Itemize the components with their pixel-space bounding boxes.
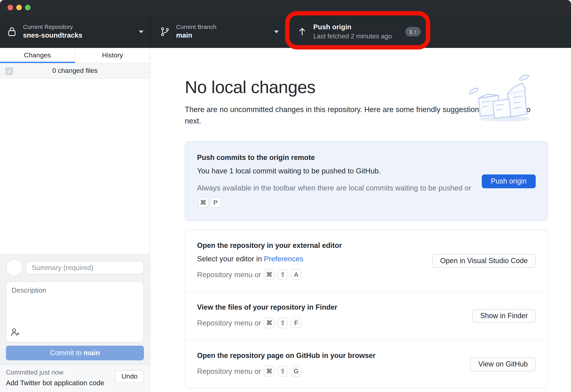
changes-list-empty — [0, 79, 150, 254]
shift-key: ⇧ — [277, 366, 288, 377]
view-on-github-card: Open the repository page on GitHub in yo… — [185, 340, 548, 388]
description-input[interactable] — [6, 281, 144, 342]
zoom-button[interactable] — [25, 5, 30, 10]
changed-files-row: ✓ 0 changed files — [0, 63, 150, 79]
shift-key: ⇧ — [277, 269, 288, 280]
commit-button-prefix: Commit to — [50, 349, 81, 357]
push-origin-title: Push origin — [313, 24, 392, 31]
hint-text: Repository menu or — [197, 367, 261, 376]
tab-changes[interactable]: Changes — [0, 48, 75, 63]
cmd-key: ⌘ — [264, 269, 275, 280]
push-origin-button[interactable]: Push origin — [482, 174, 536, 188]
push-origin-toolbar-button[interactable]: Push origin Last fetched 2 minutes ago 1… — [288, 15, 430, 48]
line-text: Select your editor in — [197, 255, 262, 263]
close-button[interactable] — [8, 5, 13, 10]
card-title: Push commits to the origin remote — [197, 154, 536, 162]
commit-button-branch: main — [84, 349, 100, 357]
repository-name: snes-soundtracks — [23, 31, 82, 39]
tab-changes-label: Changes — [24, 52, 51, 59]
push-origin-subtitle: Last fetched 2 minutes ago — [313, 32, 392, 39]
add-coauthor-icon[interactable] — [11, 328, 20, 338]
a-key: A — [291, 269, 301, 280]
commit-to-main-button[interactable]: Commit tomain — [6, 346, 144, 360]
arrow-up-small-icon: ↑ — [414, 28, 417, 35]
show-in-finder-card: View the files of your repository in Fin… — [185, 292, 548, 340]
hint-text: Always available in the toolbar when the… — [197, 184, 471, 192]
last-commit-row: Committed just now Add Twitter bot appli… — [0, 364, 150, 392]
lock-icon — [8, 26, 16, 37]
g-key: G — [291, 366, 301, 377]
undo-button[interactable]: Undo — [115, 370, 144, 383]
push-suggestion-card: Push commits to the origin remote You ha… — [185, 141, 548, 221]
ahead-count-badge: 1 ↑ — [405, 27, 421, 36]
view-on-github-button[interactable]: View on GitHub — [470, 357, 536, 371]
preferences-link[interactable]: Preferences — [264, 255, 303, 263]
shift-key: ⇧ — [277, 318, 288, 328]
summary-input[interactable] — [26, 261, 144, 274]
p-key: P — [210, 197, 221, 208]
hint-text: Repository menu or — [197, 270, 261, 279]
card-title: Open the repository in your external edi… — [197, 241, 536, 250]
git-branch-icon — [161, 26, 169, 37]
tab-history-label: History — [102, 52, 123, 59]
cmd-key: ⌘ — [198, 197, 209, 208]
card-hint: Repository menu or ⌘ ⇧ A — [197, 269, 536, 280]
avatar — [6, 259, 23, 276]
ahead-count: 1 — [409, 28, 412, 35]
hint-text: Repository menu or — [197, 319, 261, 327]
sidebar: Changes History ✓ 0 changed files — [0, 48, 150, 392]
open-in-vscode-button[interactable]: Open in Visual Studio Code — [432, 254, 536, 268]
app-window: Current Repository snes-soundtracks — [0, 0, 571, 392]
changed-files-count: 0 changed files — [52, 67, 98, 75]
card-hint: Always available in the toolbar when the… — [197, 182, 475, 208]
branch-label: Current Branch — [176, 24, 216, 30]
open-editor-card: Open the repository in your external edi… — [185, 230, 548, 292]
show-in-finder-button[interactable]: Show in Finder — [472, 309, 536, 323]
tab-history[interactable]: History — [75, 48, 150, 63]
chevron-down-icon — [139, 30, 144, 33]
branch-name: main — [176, 31, 216, 39]
f-key: F — [291, 318, 301, 328]
main-pane: No local changes There are no uncommitte… — [150, 48, 571, 392]
sidebar-tabs: Changes History — [0, 48, 150, 63]
suggestion-cards: Open the repository in your external edi… — [185, 230, 548, 388]
title-bar — [0, 0, 571, 15]
minimize-button[interactable] — [16, 5, 22, 10]
cmd-key: ⌘ — [264, 318, 275, 328]
current-branch-button[interactable]: Current Branch main — [150, 15, 288, 48]
arrow-up-icon — [298, 27, 306, 36]
repository-label: Current Repository — [23, 24, 82, 30]
select-all-checkbox[interactable]: ✓ — [5, 67, 13, 75]
window-controls — [8, 5, 30, 10]
chevron-down-icon — [274, 30, 279, 33]
toolbar: Current Repository snes-soundtracks — [0, 15, 571, 48]
cmd-key: ⌘ — [264, 366, 275, 377]
paper-stack-illustration — [469, 73, 548, 126]
current-repository-button[interactable]: Current Repository snes-soundtracks — [0, 15, 150, 48]
commit-form: Commit tomain — [0, 254, 150, 364]
